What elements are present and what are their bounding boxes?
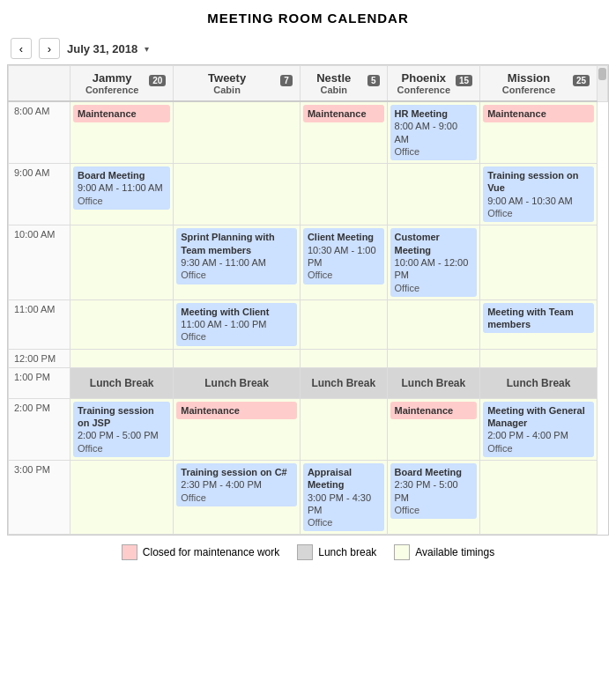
room-header-jammy: 20 Jammy Conference — [71, 66, 174, 102]
slot-nestle-12pm[interactable] — [300, 349, 387, 367]
slot-tweety-2pm[interactable]: Maintenance — [174, 398, 301, 460]
slot-tweety-9am[interactable] — [174, 164, 301, 225]
room-header-nestle: 5 Nestle Cabin — [300, 66, 387, 102]
event-maintenance-mission-8am[interactable]: Maintenance — [483, 105, 594, 122]
legend-maintenance-label: Closed for maintenance work — [143, 546, 279, 558]
slot-phoenix-9am[interactable] — [387, 164, 480, 225]
event-maintenance-tweety-2pm[interactable]: Maintenance — [176, 402, 297, 419]
row-12pm: 12:00 PM — [9, 349, 608, 367]
legend-box-available — [394, 544, 410, 560]
slot-tweety-lunch: Lunch Break — [174, 367, 301, 398]
toolbar: ‹ › July 31, 2018 ▾ — [0, 33, 616, 64]
dropdown-icon[interactable]: ▾ — [145, 44, 149, 54]
event-maintenance-phoenix-2pm[interactable]: Maintenance — [390, 402, 478, 419]
row-1pm-lunch: 1:00 PM Lunch Break Lunch Break Lunch Br… — [9, 367, 608, 398]
event-meeting-team-mission[interactable]: Meeting with Team members — [483, 303, 594, 334]
event-training-vue[interactable]: Training session on Vue 9:00 AM - 10:30 … — [483, 166, 594, 222]
event-customer-meeting[interactable]: Customer Meeting 10:00 AM - 12:00 PM Off… — [390, 228, 478, 296]
slot-mission-11am[interactable]: Meeting with Team members — [480, 299, 597, 349]
slot-jammy-8am[interactable]: Maintenance — [71, 101, 174, 164]
event-meeting-client-tweety[interactable]: Meeting with Client 11:00 AM - 1:00 PM O… — [176, 303, 297, 346]
slot-phoenix-10am[interactable]: Customer Meeting 10:00 AM - 12:00 PM Off… — [387, 225, 480, 299]
event-sprint-planning[interactable]: Sprint Planning with Team members 9:30 A… — [176, 228, 297, 284]
event-maintenance-jammy-8am[interactable]: Maintenance — [73, 105, 170, 122]
time-2pm: 2:00 PM — [9, 398, 71, 460]
mission-sub: Conference — [484, 85, 574, 95]
mission-badge: 25 — [573, 75, 590, 86]
slot-tweety-3pm[interactable]: Training session on C# 2:30 PM - 4:00 PM… — [174, 460, 301, 534]
slot-mission-lunch: Lunch Break — [480, 367, 597, 398]
slot-phoenix-11am[interactable] — [387, 299, 480, 349]
scrollbar[interactable] — [597, 66, 608, 102]
slot-tweety-12pm[interactable] — [174, 349, 301, 367]
jammy-name: Jammy — [74, 71, 150, 85]
time-11am: 11:00 AM — [9, 299, 71, 349]
next-button[interactable]: › — [39, 38, 60, 59]
header-row: 20 Jammy Conference 7 Tweety Cabin 5 Nes… — [9, 66, 608, 102]
slot-phoenix-12pm[interactable] — [387, 349, 480, 367]
slot-mission-8am[interactable]: Maintenance — [480, 101, 597, 164]
slot-phoenix-8am[interactable]: HR Meeting 8:00 AM - 9:00 AM Office — [387, 101, 480, 164]
slot-nestle-3pm[interactable]: Appraisal Meeting 3:00 PM - 4:30 PM Offi… — [300, 460, 387, 534]
slot-tweety-8am[interactable] — [174, 101, 301, 164]
row-10am: 10:00 AM Sprint Planning with Team membe… — [9, 225, 608, 299]
time-3pm: 3:00 PM — [9, 460, 71, 534]
event-appraisal[interactable]: Appraisal Meeting 3:00 PM - 4:30 PM Offi… — [303, 463, 384, 531]
row-11am: 11:00 AM Meeting with Client 11:00 AM - … — [9, 299, 608, 349]
legend-box-maintenance — [122, 544, 137, 560]
slot-tweety-10am[interactable]: Sprint Planning with Team members 9:30 A… — [174, 225, 301, 299]
tweety-sub: Cabin — [177, 85, 277, 95]
tweety-badge: 7 — [280, 75, 293, 86]
slot-nestle-8am[interactable]: Maintenance — [300, 101, 387, 164]
time-9am: 9:00 AM — [9, 164, 71, 225]
slot-jammy-10am[interactable] — [71, 225, 174, 299]
phoenix-sub: Conference — [391, 85, 457, 95]
row-8am: 8:00 AM Maintenance Maintenance HR Meeti… — [9, 101, 608, 164]
time-header — [9, 66, 71, 102]
slot-nestle-9am[interactable] — [300, 164, 387, 225]
nestle-name: Nestle — [304, 71, 364, 85]
event-board-meeting-phoenix[interactable]: Board Meeting 2:30 PM - 5:00 PM Office — [390, 463, 478, 519]
slot-mission-2pm[interactable]: Meeting with General Manager 2:00 PM - 4… — [480, 398, 597, 460]
legend-maintenance: Closed for maintenance work — [122, 544, 279, 560]
time-1pm: 1:00 PM — [9, 367, 71, 398]
time-10am: 10:00 AM — [9, 225, 71, 299]
mission-name: Mission — [484, 71, 574, 85]
lunch-label-phoenix: Lunch Break — [390, 370, 479, 396]
lunch-label-mission: Lunch Break — [482, 370, 595, 396]
event-training-jsp[interactable]: Training session on JSP 2:00 PM - 5:00 P… — [73, 402, 170, 457]
jammy-badge: 20 — [149, 75, 166, 86]
prev-button[interactable]: ‹ — [11, 38, 32, 59]
event-hr-meeting[interactable]: HR Meeting 8:00 AM - 9:00 AM Office — [390, 105, 478, 160]
slot-nestle-2pm[interactable] — [300, 398, 387, 460]
date-label: July 31, 2018 — [67, 42, 137, 55]
slot-jammy-9am[interactable]: Board Meeting 9:00 AM - 11:00 AM Office — [71, 164, 174, 225]
event-maintenance-nestle-8am[interactable]: Maintenance — [303, 105, 384, 122]
event-client-meeting[interactable]: Client Meeting 10:30 AM - 1:00 PM Office — [303, 228, 384, 284]
event-board-meeting-jammy[interactable]: Board Meeting 9:00 AM - 11:00 AM Office — [73, 166, 170, 210]
slot-jammy-12pm[interactable] — [71, 349, 174, 367]
room-header-tweety: 7 Tweety Cabin — [174, 66, 301, 102]
slot-jammy-2pm[interactable]: Training session on JSP 2:00 PM - 5:00 P… — [71, 398, 174, 460]
slot-nestle-10am[interactable]: Client Meeting 10:30 AM - 1:00 PM Office — [300, 225, 387, 299]
nestle-sub: Cabin — [304, 85, 364, 95]
slot-jammy-11am[interactable] — [71, 299, 174, 349]
slot-mission-12pm[interactable] — [480, 349, 597, 367]
slot-jammy-3pm[interactable] — [71, 460, 174, 534]
lunch-label-nestle: Lunch Break — [302, 370, 385, 396]
slot-mission-3pm[interactable] — [480, 460, 597, 534]
slot-phoenix-3pm[interactable]: Board Meeting 2:30 PM - 5:00 PM Office — [387, 460, 480, 534]
slot-mission-9am[interactable]: Training session on Vue 9:00 AM - 10:30 … — [480, 164, 597, 225]
event-meeting-gm[interactable]: Meeting with General Manager 2:00 PM - 4… — [483, 402, 594, 457]
room-header-phoenix: 15 Phoenix Conference — [387, 66, 480, 102]
slot-mission-10am[interactable] — [480, 225, 597, 299]
legend-available-label: Available timings — [415, 546, 494, 558]
slot-nestle-11am[interactable] — [300, 299, 387, 349]
slot-phoenix-2pm[interactable]: Maintenance — [387, 398, 480, 460]
event-training-csharp[interactable]: Training session on C# 2:30 PM - 4:00 PM… — [176, 463, 297, 506]
row-2pm: 2:00 PM Training session on JSP 2:00 PM … — [9, 398, 608, 460]
legend-box-lunch — [297, 544, 313, 560]
lunch-label-tweety: Lunch Break — [175, 370, 298, 396]
slot-phoenix-lunch: Lunch Break — [387, 367, 480, 398]
slot-tweety-11am[interactable]: Meeting with Client 11:00 AM - 1:00 PM O… — [174, 299, 301, 349]
